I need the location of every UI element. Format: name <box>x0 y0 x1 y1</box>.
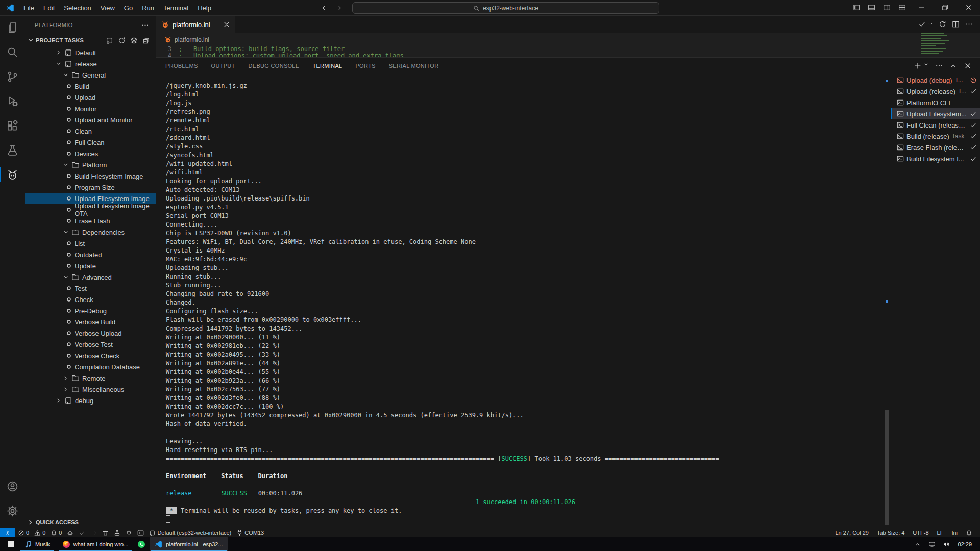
tree-item-build-filesystem-image[interactable]: Build Filesystem Image <box>24 170 156 182</box>
panel-tab-terminal[interactable]: TERMINAL <box>312 58 342 74</box>
taskbar-media-widget[interactable]: Musik <box>19 537 55 551</box>
customize-layout-button[interactable] <box>894 0 910 15</box>
tree-item-general[interactable]: General <box>24 69 156 81</box>
taskbar-whatsapp[interactable] <box>133 537 150 551</box>
terminal-instance-upload-debug[interactable]: Upload (debug)T... <box>891 74 980 86</box>
status-cursor-position[interactable]: Ln 27, Col 29 <box>832 530 872 536</box>
terminal-instance-upload-release[interactable]: Upload (release)T... <box>891 86 980 97</box>
tree-item-upload[interactable]: Upload <box>24 92 156 103</box>
tree-item-platform[interactable]: Platform <box>24 159 156 170</box>
terminal-scrollbar[interactable] <box>885 74 890 528</box>
tree-item-release[interactable]: release <box>24 58 156 69</box>
tree-item-verbose-upload[interactable]: Verbose Upload <box>24 328 156 339</box>
tree-item-outdated[interactable]: Outdated <box>24 249 156 260</box>
tree-item-list[interactable]: List <box>24 238 156 249</box>
status-errors[interactable]: 0 <box>15 528 32 537</box>
tree-item-dependencies[interactable]: Dependencies <box>24 227 156 238</box>
status-warnings[interactable]: 0 <box>32 528 48 537</box>
panel-tab-serial-monitor[interactable]: SERIAL MONITOR <box>389 58 439 74</box>
terminal-output[interactable]: /jquery.knob.min.js.gz/log.html/log.js/r… <box>156 74 884 528</box>
minimize-button[interactable] <box>910 0 933 15</box>
status-pio-clean[interactable] <box>100 528 111 537</box>
menu-help[interactable]: Help <box>193 3 216 13</box>
terminal-instance-erase-flash-releas[interactable]: Erase Flash (releas... <box>891 142 980 153</box>
panel-tab-ports[interactable]: PORTS <box>355 58 375 74</box>
tree-item-compilation-database[interactable]: Compilation Database <box>24 361 156 372</box>
toggle-panel-button[interactable] <box>864 0 879 15</box>
terminal-instance-build-filesystem-i[interactable]: Build Filesystem I... <box>891 153 980 164</box>
terminal-instance-build-release[interactable]: Build (release)Task <box>891 131 980 142</box>
status-indentation[interactable]: Tab Size: 4 <box>873 530 908 536</box>
activity-platformio[interactable] <box>0 162 24 187</box>
menu-run[interactable]: Run <box>137 3 159 13</box>
split-editor-icon[interactable] <box>952 20 960 28</box>
close-window-button[interactable] <box>957 0 980 15</box>
command-decoration[interactable] <box>886 300 888 303</box>
start-button[interactable] <box>3 537 19 551</box>
status-eol[interactable]: LF <box>934 530 947 536</box>
menu-selection[interactable]: Selection <box>59 3 95 13</box>
taskbar-vscode[interactable]: platformio.ini - esp32... <box>150 537 227 551</box>
command-center[interactable]: esp32-web-interface <box>352 2 659 14</box>
menu-view[interactable]: View <box>96 3 119 13</box>
taskbar-firefox[interactable]: what am I doing wro... <box>58 537 133 551</box>
tree-item-verbose-test[interactable]: Verbose Test <box>24 339 156 350</box>
tree-item-update[interactable]: Update <box>24 260 156 271</box>
close-icon[interactable] <box>223 20 231 29</box>
run-task-dropdown-icon[interactable] <box>927 21 933 27</box>
section-action-collapse-icon[interactable] <box>142 37 150 44</box>
status-pio-serial-monitor[interactable] <box>123 528 135 537</box>
toggle-secondary-sidebar-button[interactable] <box>879 0 894 15</box>
activity-explorer[interactable] <box>0 15 24 40</box>
menu-edit[interactable]: Edit <box>39 3 59 13</box>
project-tasks-header[interactable]: PROJECT TASKS <box>24 35 156 46</box>
more-actions-icon[interactable] <box>965 20 973 28</box>
tree-item-check[interactable]: Check <box>24 294 156 305</box>
tab-platformio-ini[interactable]: platformio.ini <box>156 15 235 33</box>
tree-item-full-clean[interactable]: Full Clean <box>24 137 156 148</box>
tree-item-devices[interactable]: Devices <box>24 148 156 159</box>
more-actions-icon[interactable] <box>935 62 943 70</box>
new-terminal-icon[interactable] <box>914 62 922 70</box>
command-decoration[interactable] <box>886 80 888 82</box>
tray-expand[interactable] <box>912 541 924 548</box>
terminal-instance-upload-filesystem[interactable]: Upload Filesystem... <box>891 108 980 119</box>
run-task-icon[interactable] <box>918 20 926 28</box>
nav-forward-icon[interactable] <box>334 4 342 12</box>
status-pio-test[interactable] <box>111 528 123 537</box>
status-pio-build[interactable] <box>76 528 88 537</box>
tree-item-pre-debug[interactable]: Pre-Debug <box>24 305 156 316</box>
quick-access-header[interactable]: QUICK ACCESS <box>24 516 156 528</box>
tree-item-build[interactable]: Build <box>24 81 156 92</box>
activity-source-control[interactable] <box>0 64 24 89</box>
tree-item-erase-flash[interactable]: Erase Flash <box>24 215 156 227</box>
menu-go[interactable]: Go <box>119 3 137 13</box>
tree-item-default[interactable]: Default <box>24 47 156 58</box>
toggle-sidebar-button[interactable] <box>848 0 864 15</box>
section-action-layers-icon[interactable] <box>130 37 138 44</box>
terminal-dropdown-icon[interactable] <box>923 62 929 67</box>
minimap[interactable] <box>921 33 950 55</box>
section-action-sync-icon[interactable] <box>118 37 126 44</box>
maximize-panel-icon[interactable] <box>949 62 958 70</box>
terminal-instance-full-clean-release[interactable]: Full Clean (release... <box>891 119 980 131</box>
status-pio-env[interactable]: Default (esp32-web-interface) <box>146 528 234 537</box>
activity-search[interactable] <box>0 40 24 64</box>
panel-tab-debug-console[interactable]: DEBUG CONSOLE <box>249 58 300 74</box>
nav-back-icon[interactable] <box>322 4 329 12</box>
activity-accounts[interactable] <box>0 474 24 498</box>
activity-extensions[interactable] <box>0 113 24 138</box>
tree-item-monitor[interactable]: Monitor <box>24 103 156 114</box>
volume-tray[interactable] <box>940 541 952 548</box>
editor-code[interactable]: 3; Build options: build flags, source fi… <box>156 46 980 57</box>
menu-file[interactable]: File <box>19 3 39 13</box>
status-notifications[interactable] <box>962 530 976 536</box>
status-pio-terminal[interactable] <box>135 528 146 537</box>
close-panel-icon[interactable] <box>964 62 972 70</box>
activity-testing[interactable] <box>0 138 24 162</box>
maximize-button[interactable] <box>933 0 957 15</box>
more-actions-icon[interactable] <box>141 21 149 29</box>
clock[interactable]: 02:29 <box>954 541 975 547</box>
status-language-mode[interactable]: Ini <box>948 530 961 536</box>
section-action-env-icon[interactable] <box>106 37 113 44</box>
